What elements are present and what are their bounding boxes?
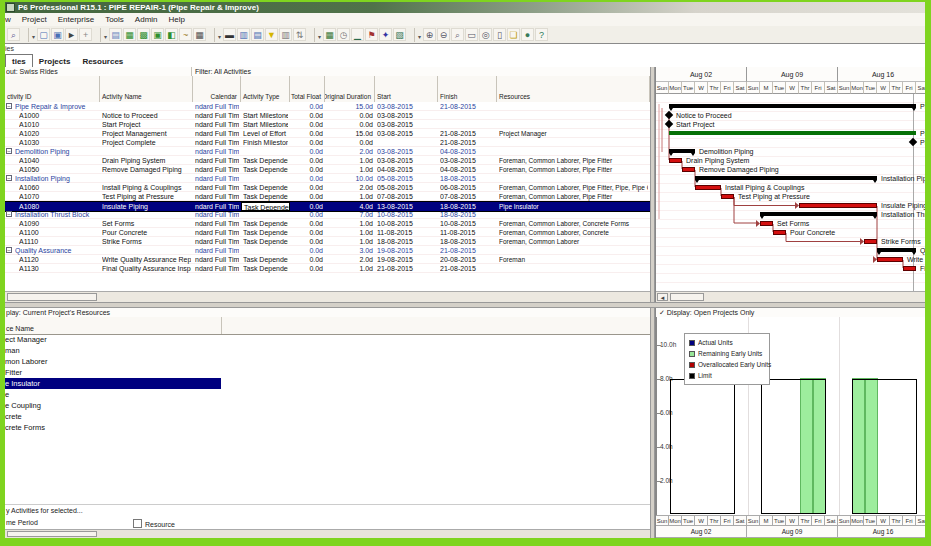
save-layout-icon[interactable]: ▣ (51, 28, 64, 41)
table-row[interactable]: A1130Final Quality Assurance Inspectionn… (5, 264, 650, 273)
gantt-bar-summary[interactable] (760, 212, 877, 216)
gantt-bar-task[interactable] (669, 158, 682, 163)
table-row[interactable]: A1020Project Managementndard Full TimeLe… (5, 129, 650, 138)
table-row[interactable]: −Demolition Pipingndard Full Time0.0d2.0… (5, 147, 650, 156)
group-sort-icon[interactable]: ▥ (279, 28, 292, 41)
zoom-fit-icon[interactable]: ⌕ (451, 28, 464, 41)
gantt-bar-summary[interactable] (669, 149, 695, 153)
gantt-bar-task[interactable] (760, 221, 773, 226)
gantt-bar-summary[interactable] (695, 176, 877, 180)
activity-details-icon[interactable]: ▬ (223, 28, 236, 41)
gantt-bar-task[interactable] (721, 194, 734, 199)
gantt-bar-task[interactable] (877, 257, 903, 262)
table-row[interactable]: −Installation Thrust Blockndard Full Tim… (5, 210, 650, 219)
focus-icon[interactable]: ◎ (479, 28, 492, 41)
gantt-bar-task[interactable] (903, 266, 916, 271)
gantt-bar-summary[interactable] (669, 104, 916, 108)
columns-icon[interactable]: ▥ (237, 28, 250, 41)
menu-item-admin[interactable]: Admin (135, 13, 158, 26)
gantt-bar-task[interactable] (695, 185, 721, 190)
relationship-icon[interactable]: ~ (179, 28, 192, 41)
collapse-icon[interactable]: − (6, 247, 12, 253)
column-header-8[interactable]: Resources (497, 76, 650, 102)
gantt-h-scrollbar[interactable]: ◄ (656, 291, 925, 302)
collapse-icon[interactable]: − (6, 211, 12, 217)
table-row[interactable]: A1030Project Completendard Full TimeFini… (5, 138, 650, 147)
usage-profile-icon[interactable]: ▁ (351, 28, 364, 41)
help-icon[interactable]: ? (535, 28, 548, 41)
assign-resource-icon[interactable]: ▣ (151, 28, 164, 41)
column-header-5[interactable]: Original Duration (325, 76, 375, 102)
table-row[interactable]: A1110Strike Formsndard Full TimeTask Dep… (5, 237, 650, 246)
gantt-bar-task[interactable] (773, 230, 786, 235)
table-row[interactable]: A1060Install Piping & Couplingsndard Ful… (5, 183, 650, 192)
resource-row[interactable]: Fitter (5, 367, 650, 378)
toolbar-dropdown-icon[interactable]: ▾ (32, 33, 35, 40)
filter-icon[interactable]: ▼ (265, 28, 278, 41)
print-preview-icon[interactable]: ⌕ (7, 28, 20, 41)
gantt-bar-task[interactable] (799, 203, 877, 208)
sort-icon[interactable]: ⇅ (293, 28, 306, 41)
pointer-icon[interactable]: ► (65, 28, 78, 41)
table-row[interactable]: −Quality Assurancendard Full Time0.0d3.0… (5, 246, 650, 255)
table-row[interactable]: A1050Remove Damaged Pipingndard Full Tim… (5, 165, 650, 174)
scroll-left-arrow[interactable]: ◄ (657, 293, 668, 301)
column-header-6[interactable]: Start (375, 76, 438, 102)
column-header-1[interactable]: Activity Name (100, 76, 193, 102)
resource-row[interactable]: e (5, 389, 650, 400)
resource-assignments-icon[interactable]: ▦ (323, 28, 336, 41)
table-h-scrollbar[interactable] (5, 291, 650, 302)
toolbar-dropdown-icon[interactable]: ▾ (418, 33, 421, 40)
table-row[interactable]: −Pipe Repair & Improvendard Full Time0.0… (5, 102, 650, 111)
column-header-2[interactable]: Calendar (193, 76, 241, 102)
toolbar-dropdown-icon[interactable]: ▾ (318, 33, 321, 40)
menu-item-help[interactable]: Help (169, 13, 185, 26)
resource-row[interactable]: ect Manager (5, 334, 650, 345)
scrollbar-thumb[interactable] (7, 531, 97, 537)
collapse-icon[interactable]: − (6, 148, 12, 154)
resource-row[interactable]: mon Laborer (5, 356, 650, 367)
table-row[interactable]: A1040Drain Piping Systemndard Full TimeT… (5, 156, 650, 165)
resource-row[interactable]: man (5, 345, 650, 356)
menu-item-project[interactable]: Project (22, 13, 47, 26)
table-font-icon[interactable]: ▤ (251, 28, 264, 41)
table-row[interactable]: A1070Test Piping at Pressurendard Full T… (5, 192, 650, 201)
resource-option[interactable]: Resource (133, 519, 175, 528)
gantt-bar-task[interactable] (864, 239, 877, 244)
resource-row[interactable]: e Insulator (5, 378, 650, 389)
toolbar-dropdown-icon[interactable]: ▾ (104, 33, 107, 40)
schedule-icon[interactable]: ▦ (193, 28, 206, 41)
tab-ties[interactable]: ties (5, 54, 33, 68)
timescale-icon[interactable]: ◷ (337, 28, 350, 41)
toolbar-dropdown-icon[interactable]: ▾ (218, 33, 221, 40)
column-header-4[interactable]: Total Float (290, 76, 325, 102)
table-row[interactable]: −Installation Pipingndard Full Time0.0d1… (5, 174, 650, 183)
copy-icon[interactable]: ▤ (109, 28, 122, 41)
reports-icon[interactable]: ▧ (393, 28, 406, 41)
horizontal-split-icon[interactable]: ▭ (465, 28, 478, 41)
gantt-bar-summary[interactable] (877, 248, 916, 252)
snap-icon[interactable]: + (79, 28, 92, 41)
vertical-split-icon[interactable]: ▯ (493, 28, 506, 41)
add-activity-icon[interactable]: ▦ (123, 28, 136, 41)
menu-item-enterprise[interactable]: Enterprise (58, 13, 94, 26)
resource-h-scrollbar[interactable] (5, 529, 650, 538)
resource-checkbox[interactable] (133, 519, 142, 528)
table-row[interactable]: A1010Start Projectndard Full TimeStart M… (5, 120, 650, 129)
menu-item-w[interactable]: w (5, 13, 11, 26)
progress-spotlight-icon[interactable]: ⚑ (365, 28, 378, 41)
gantt-bar-task[interactable] (682, 167, 695, 172)
resource-row[interactable]: crete Forms (5, 422, 650, 433)
zoom-out-icon[interactable]: ⊖ (437, 28, 450, 41)
zoom-in-icon[interactable]: ⊕ (423, 28, 436, 41)
assign-role-icon[interactable]: ◧ (165, 28, 178, 41)
table-row[interactable]: A1120Write Quality Assurance Reportndard… (5, 255, 650, 264)
tab-resources[interactable]: Resources (76, 55, 129, 67)
column-header-7[interactable]: Finish (438, 76, 497, 102)
column-header-0[interactable]: ctivity ID (5, 76, 100, 102)
open-layout-icon[interactable]: ▢ (37, 28, 50, 41)
collapse-icon[interactable]: − (6, 103, 12, 109)
menu-item-tools[interactable]: Tools (105, 13, 124, 26)
filter-label[interactable]: Filter: All Activities (191, 67, 650, 76)
gantt-bar-loe[interactable] (669, 131, 916, 135)
